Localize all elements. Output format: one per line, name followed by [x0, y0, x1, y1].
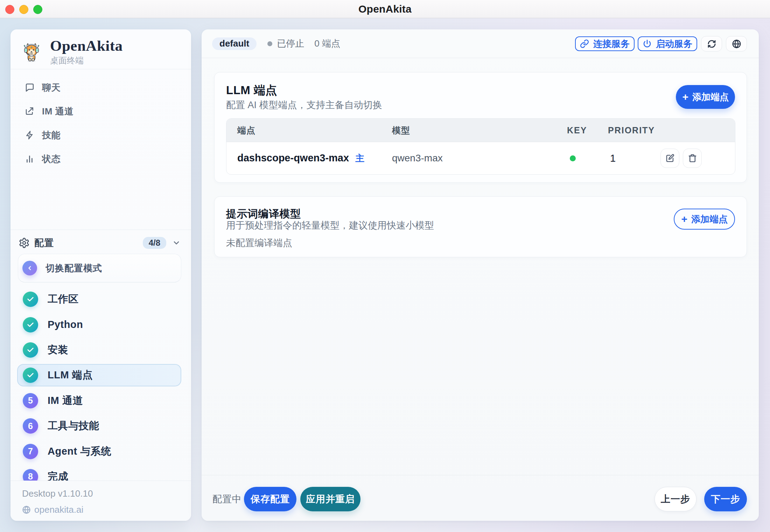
macos-titlebar: OpenAkita	[0, 0, 770, 18]
refresh-icon	[707, 39, 716, 49]
step-label: IM 通道	[48, 394, 83, 408]
step-number: 8	[28, 471, 33, 481]
step-workspace[interactable]: 工作区	[17, 287, 181, 312]
nav-item-chat[interactable]: 聊天	[10, 76, 191, 99]
status-label: 已停止	[277, 37, 304, 50]
column-key: KEY	[567, 125, 608, 135]
plus-icon: +	[681, 213, 687, 225]
delete-endpoint-button[interactable]	[683, 149, 702, 168]
window-title: OpenAkita	[358, 3, 412, 15]
step-number-badge: 7	[23, 444, 38, 459]
step-tools-skills[interactable]: 6 工具与技能	[17, 413, 181, 439]
refresh-button[interactable]	[701, 36, 722, 51]
step-number: 5	[28, 396, 33, 406]
apply-restart-button[interactable]: 应用并重启	[300, 487, 360, 511]
column-endpoint: 端点	[237, 125, 392, 136]
bar-chart-icon	[25, 154, 35, 164]
step-python[interactable]: Python	[17, 312, 181, 337]
llm-endpoints-card: LLM 端点 配置 AI 模型端点，支持主备自动切换 + 添加端点 端点 模型 …	[214, 72, 747, 183]
nav-label-status: 状态	[42, 153, 61, 165]
step-agent-system[interactable]: 7 Agent 与系统	[17, 439, 181, 464]
main-panel: default 已停止 0 端点 连接服务 启动服务	[202, 29, 759, 521]
compiler-card-subtitle: 用于预处理指令的轻量模型，建议使用快速小模型	[226, 221, 735, 230]
step-im-channel[interactable]: 5 IM 通道	[17, 388, 181, 413]
save-config-button[interactable]: 保存配置	[244, 487, 296, 511]
prev-step-button[interactable]: 上一步	[654, 487, 696, 511]
llm-card-title: LLM 端点	[226, 84, 735, 97]
brand-title: OpenAkita	[50, 38, 123, 53]
sidebar-spacer	[10, 171, 191, 230]
key-status-dot	[570, 155, 576, 161]
chevron-down-icon[interactable]	[172, 239, 181, 247]
language-button[interactable]	[726, 36, 747, 51]
connect-service-button[interactable]: 连接服务	[575, 36, 635, 51]
chevron-left-icon	[22, 261, 37, 275]
priority-cell: 1	[608, 153, 664, 164]
app-window: OpenAkita	[0, 0, 770, 532]
step-check-icon	[23, 342, 38, 358]
add-compiler-endpoint-button[interactable]: + 添加端点	[674, 209, 735, 230]
traffic-lights	[5, 5, 42, 14]
nav-item-status[interactable]: 状态	[10, 147, 191, 171]
switch-config-mode-label: 切换配置模式	[46, 262, 102, 274]
column-priority: PRIORITY	[608, 125, 664, 135]
brand-header: OpenAkita 桌面终端	[10, 29, 191, 69]
step-check-icon	[23, 317, 38, 332]
globe-icon	[732, 39, 741, 49]
close-window-button[interactable]	[5, 5, 14, 14]
compiler-card-title: 提示词编译模型	[226, 208, 735, 219]
nav-label-im-channel: IM 通道	[42, 105, 74, 118]
website-link[interactable]: openakita.ai	[22, 504, 181, 515]
brand-text: OpenAkita 桌面终端	[50, 38, 123, 66]
nav-item-skills[interactable]: 技能	[10, 123, 191, 147]
sidebar: OpenAkita 桌面终端 聊天 IM 通道 技能 状态	[10, 29, 191, 521]
openakita-dog-logo	[22, 42, 41, 62]
add-endpoint-button[interactable]: + 添加端点	[676, 85, 735, 109]
add-compiler-endpoint-label: 添加端点	[691, 213, 728, 225]
endpoint-cell: dashscope-qwen3-max 主	[237, 152, 392, 164]
step-number: 7	[28, 446, 33, 456]
zoom-window-button[interactable]	[33, 5, 42, 14]
primary-tag: 主	[355, 152, 364, 164]
service-status: 已停止	[267, 37, 304, 50]
app-version: Desktop v1.10.10	[22, 488, 181, 499]
sidebar-nav: 聊天 IM 通道 技能 状态	[10, 69, 191, 171]
config-section-header[interactable]: 配置 4/8	[10, 230, 191, 254]
link-icon	[580, 39, 589, 48]
website-label: openakita.ai	[34, 504, 83, 515]
config-steps-list: 工作区 Python 安装 LLM 端点 5 IM 通道 6 工具与技能	[10, 282, 191, 481]
panel-header: default 已停止 0 端点 连接服务 启动服务	[202, 29, 759, 58]
start-service-label: 启动服务	[656, 38, 692, 50]
panel-body: LLM 端点 配置 AI 模型端点，支持主备自动切换 + 添加端点 端点 模型 …	[202, 58, 759, 475]
switch-config-mode-button[interactable]: 切换配置模式	[18, 254, 181, 282]
model-cell: qwen3-max	[392, 153, 567, 164]
step-label: Python	[48, 319, 83, 330]
endpoint-count: 0 端点	[314, 37, 340, 50]
step-label: 完成	[48, 470, 68, 481]
edit-endpoint-button[interactable]	[660, 149, 679, 168]
prompt-compiler-card: 提示词编译模型 用于预处理指令的轻量模型，建议使用快速小模型 + 添加端点 未配…	[214, 196, 747, 257]
step-check-icon	[23, 292, 38, 307]
nav-label-chat: 聊天	[42, 82, 61, 94]
step-label: 工作区	[48, 292, 79, 306]
start-service-button[interactable]: 启动服务	[638, 36, 697, 51]
plus-icon: +	[682, 91, 688, 103]
config-label: 配置	[34, 237, 54, 249]
minimize-window-button[interactable]	[19, 5, 28, 14]
profile-badge[interactable]: default	[212, 37, 257, 50]
step-number: 6	[28, 421, 33, 431]
brand-subtitle: 桌面终端	[50, 55, 123, 66]
nav-item-im-channel[interactable]: IM 通道	[10, 99, 191, 123]
step-llm-endpoints-active[interactable]: LLM 端点	[17, 364, 181, 386]
chat-icon	[25, 83, 35, 92]
step-finish[interactable]: 8 完成	[17, 464, 181, 481]
table-row: dashscope-qwen3-max 主 qwen3-max 1	[226, 142, 735, 174]
next-step-button[interactable]: 下一步	[704, 487, 747, 511]
step-number-badge: 6	[23, 418, 38, 434]
step-number-badge: 8	[23, 469, 38, 481]
trash-icon	[688, 154, 697, 163]
table-header-row: 端点 模型 KEY PRIORITY	[226, 119, 735, 142]
step-install[interactable]: 安装	[17, 337, 181, 363]
step-label: LLM 端点	[48, 368, 93, 382]
step-label: 工具与技能	[48, 419, 99, 433]
